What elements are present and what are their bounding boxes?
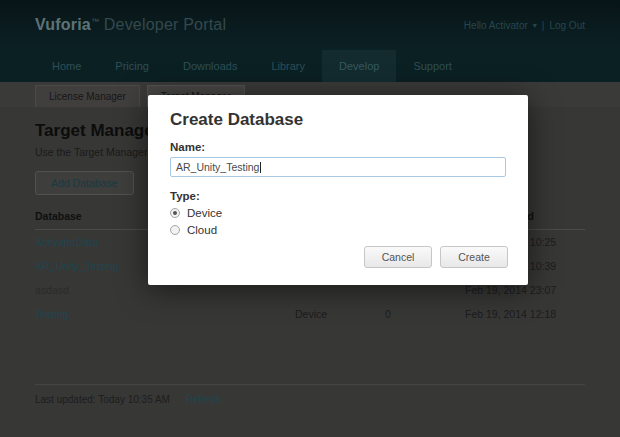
database-targets: 0 — [385, 308, 465, 320]
cancel-button[interactable]: Cancel — [364, 246, 432, 268]
database-name-input[interactable]: AR_Unity_Testing — [170, 157, 506, 177]
text-cursor-icon — [260, 162, 261, 173]
logo-secondary-text: Developer Portal — [99, 16, 226, 33]
trademark-icon: ™ — [91, 17, 99, 26]
primary-nav: Home Pricing Downloads Library Develop S… — [35, 50, 585, 82]
database-link[interactable]: asdasd — [35, 284, 295, 296]
nav-item-support[interactable]: Support — [396, 50, 469, 82]
radio-option-cloud[interactable]: Cloud — [170, 224, 506, 236]
tab-license-manager[interactable]: License Manager — [35, 85, 140, 107]
refresh-link[interactable]: Refresh — [186, 394, 221, 405]
database-modified: Feb 19, 2014 23:07 — [465, 284, 585, 296]
app-header: Vuforia™ Developer Portal Hello Activato… — [0, 0, 620, 82]
logo-primary-text: Vuforia — [35, 16, 91, 33]
table-row: Testing Device 0 Feb 19, 2014 12:18 — [35, 302, 585, 326]
modal-title: Create Database — [170, 110, 506, 130]
header-text-divider: | — [542, 20, 545, 31]
logout-link[interactable]: Log Out — [549, 20, 585, 31]
create-database-modal: Create Database Name: AR_Unity_Testing T… — [148, 95, 528, 285]
input-value-text: AR_Unity_Testing — [176, 161, 259, 173]
user-greeting-link[interactable]: Hello Activator — [464, 20, 528, 31]
header-top-row: Vuforia™ Developer Portal Hello Activato… — [35, 0, 585, 50]
create-button[interactable]: Create — [440, 246, 508, 268]
radio-option-device[interactable]: Device — [170, 207, 506, 219]
vuforia-logo[interactable]: Vuforia™ Developer Portal — [35, 16, 226, 34]
nav-item-pricing[interactable]: Pricing — [98, 50, 166, 82]
radio-selected-icon — [170, 208, 180, 218]
nav-item-downloads[interactable]: Downloads — [166, 50, 254, 82]
nav-item-library[interactable]: Library — [254, 50, 322, 82]
type-label: Type: — [170, 190, 506, 202]
database-type: Device — [295, 308, 385, 320]
last-updated-text: Last updated: Today 10:35 AM — [35, 394, 170, 405]
database-modified: Feb 19, 2014 12:18 — [465, 308, 585, 320]
nav-item-develop[interactable]: Develop — [322, 50, 396, 82]
database-link[interactable]: Testing — [35, 308, 295, 320]
radio-option-label: Device — [187, 207, 222, 219]
radio-option-label: Cloud — [187, 224, 217, 236]
add-database-button[interactable]: Add Database — [35, 171, 134, 195]
database-targets — [385, 284, 465, 296]
modal-button-row: Cancel Create — [364, 246, 508, 268]
type-options-group: Type: Device Cloud — [170, 190, 506, 236]
nav-item-home[interactable]: Home — [35, 50, 98, 82]
chevron-down-icon[interactable]: ▾ — [533, 21, 537, 30]
radio-unselected-icon — [170, 225, 180, 235]
user-menu: Hello Activator ▾ | Log Out — [464, 20, 585, 31]
name-label: Name: — [170, 141, 506, 153]
last-updated-row: Last updated: Today 10:35 AM Refresh — [35, 384, 585, 405]
database-type — [295, 284, 385, 296]
